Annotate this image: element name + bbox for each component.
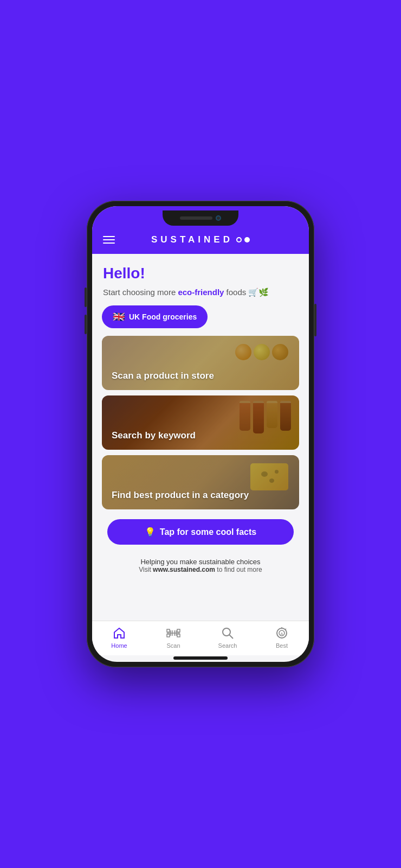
subtitle-end: foods 🛒🌿	[224, 288, 269, 297]
footer: Helping you make sustainable choices Vis…	[102, 554, 299, 579]
home-indicator	[173, 656, 228, 660]
notch-area	[92, 206, 309, 228]
nav-scan[interactable]: Scan	[146, 626, 200, 649]
logo-dot-1	[236, 237, 242, 242]
greeting-subtitle: Start choosing more eco-friendly foods 🛒…	[103, 286, 298, 298]
svg-point-9	[223, 628, 230, 636]
category-card-overlay	[102, 455, 299, 509]
greeting-title: Hello!	[103, 265, 298, 282]
subtitle-start: Start choosing more	[103, 288, 178, 297]
region-label: UK Food groceries	[129, 312, 197, 321]
logo-dot-2	[244, 237, 250, 242]
nav-search[interactable]: Search	[200, 626, 255, 649]
footer-line2: Visit www.sustained.com to find out more	[107, 566, 294, 573]
app-content: Hello! Start choosing more eco-friendly …	[92, 254, 309, 621]
region-badge[interactable]: 🇬🇧 UK Food groceries	[102, 305, 299, 328]
tap-facts-button[interactable]: 💡 Tap for some cool facts	[107, 519, 294, 545]
svg-line-10	[230, 635, 234, 639]
greeting-section: Hello! Start choosing more eco-friendly …	[102, 265, 299, 298]
footer-suffix: to find out more	[215, 566, 262, 573]
hamburger-line	[103, 242, 115, 244]
phone-screen: SUSTAINED Hello! Start choosing more eco…	[92, 206, 309, 662]
svg-rect-3	[177, 634, 180, 637]
volume-down-button	[85, 315, 87, 334]
svg-rect-2	[177, 629, 180, 632]
tap-facts-label: Tap for some cool facts	[160, 527, 256, 537]
app-header: SUSTAINED	[92, 228, 309, 254]
home-label: Home	[111, 642, 127, 649]
footer-prefix: Visit	[139, 566, 153, 573]
best-label: Best	[276, 642, 288, 649]
svg-rect-1	[167, 634, 170, 637]
app-logo: SUSTAINED	[151, 234, 250, 245]
best-icon: A	[274, 626, 289, 641]
power-button	[314, 304, 316, 336]
search-label: Search	[218, 642, 237, 649]
footer-link[interactable]: www.sustained.com	[153, 566, 215, 573]
notch	[163, 210, 238, 226]
search-card-overlay	[102, 395, 299, 450]
eco-friendly-text: eco-friendly	[178, 288, 224, 297]
svg-rect-0	[167, 629, 170, 632]
scan-icon	[166, 626, 181, 641]
nav-best[interactable]: A Best	[255, 626, 309, 649]
scan-card-label: Scan a product in store	[112, 371, 214, 381]
logo-dots	[236, 237, 250, 242]
svg-text:A: A	[280, 631, 283, 636]
search-card[interactable]: Search by keyword	[102, 395, 299, 450]
flag-icon: 🇬🇧	[113, 311, 125, 323]
phone-frame: SUSTAINED Hello! Start choosing more eco…	[87, 201, 314, 667]
logo-text: SUSTAINED	[151, 234, 233, 245]
app-screen: SUSTAINED Hello! Start choosing more eco…	[92, 228, 309, 662]
hamburger-line	[103, 236, 115, 237]
speaker	[180, 216, 212, 220]
hamburger-line	[103, 239, 115, 240]
bottom-nav: Home	[92, 621, 309, 655]
bulb-icon: 💡	[145, 527, 156, 537]
camera	[216, 215, 221, 221]
hamburger-menu-button[interactable]	[103, 236, 115, 244]
search-card-label: Search by keyword	[112, 430, 196, 441]
scan-card[interactable]: Scan a product in store	[102, 336, 299, 390]
volume-up-button	[85, 288, 87, 307]
home-icon	[112, 626, 127, 641]
category-card[interactable]: Find best product in a category	[102, 455, 299, 509]
category-card-label: Find best product in a category	[112, 490, 249, 501]
search-icon	[220, 626, 235, 641]
footer-line1: Helping you make sustainable choices	[107, 558, 294, 566]
action-cards: Scan a product in store	[102, 336, 299, 509]
nav-home[interactable]: Home	[92, 626, 146, 649]
scan-card-overlay	[102, 336, 299, 390]
scan-label: Scan	[166, 642, 180, 649]
